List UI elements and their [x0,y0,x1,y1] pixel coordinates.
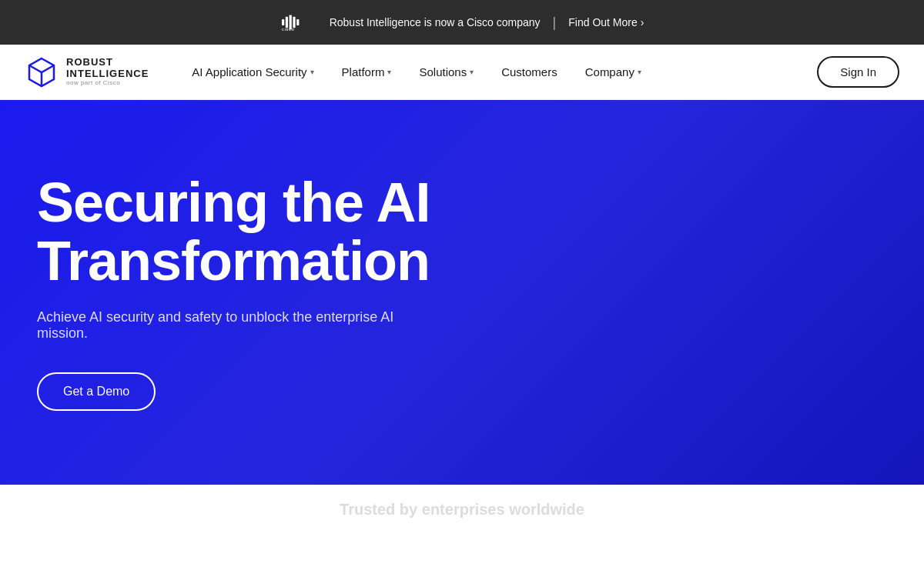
svg-rect-3 [293,17,295,28]
find-out-more-link[interactable]: Find Out More › [568,16,644,28]
announcement-bar: CISCO Robust Intelligence is now a Cisco… [0,0,924,45]
get-demo-button[interactable]: Get a Demo [37,372,156,411]
nav-item-company[interactable]: Company ▾ [573,59,654,85]
brand-sub: now part of Cisco [66,80,149,87]
hero-section: Securing the AI Transformation Achieve A… [0,100,924,485]
chevron-down-icon: ▾ [310,68,314,76]
chevron-down-icon: ▾ [470,68,474,76]
hero-title: Securing the AI Transformation [37,174,499,290]
announcement-divider: | [553,15,557,31]
chevron-down-icon: ▾ [638,68,641,76]
svg-rect-1 [285,17,287,28]
navbar: ROBUST INTELLIGENCE now part of Cisco AI… [0,45,924,100]
logo-icon [25,55,59,89]
cisco-logo-svg: CISCO [280,13,317,32]
hero-subtitle: Achieve AI security and safety to unbloc… [37,309,422,342]
nav-item-platform[interactable]: Platform ▾ [330,59,404,85]
logo-text: ROBUST INTELLIGENCE now part of Cisco [66,57,149,86]
svg-rect-0 [282,19,284,25]
brand-robust: ROBUST [66,57,149,68]
svg-rect-2 [289,15,291,29]
brand-intelligence: INTELLIGENCE [66,68,149,79]
nav-links: AI Application Security ▾ Platform ▾ Sol… [179,59,817,85]
logo[interactable]: ROBUST INTELLIGENCE now part of Cisco [25,55,149,89]
bottom-strip: Trusted by enterprises worldwide [0,485,924,535]
sign-in-button[interactable]: Sign In [817,56,899,88]
nav-right: Sign In [817,56,899,88]
nav-item-customers[interactable]: Customers [489,59,570,85]
chevron-down-icon: ▾ [387,68,391,76]
nav-item-solutions[interactable]: Solutions ▾ [407,59,486,85]
nav-item-ai-security[interactable]: AI Application Security ▾ [179,59,326,85]
trusted-text: Trusted by enterprises worldwide [340,501,584,519]
svg-text:CISCO: CISCO [282,28,295,32]
svg-rect-4 [296,19,299,25]
announcement-message: Robust Intelligence is now a Cisco compa… [330,16,541,28]
cisco-logo: CISCO [280,13,317,32]
